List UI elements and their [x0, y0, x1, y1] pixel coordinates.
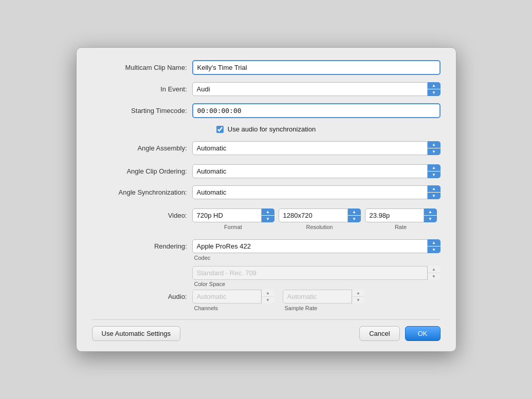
in-event-select[interactable]: Audi Library: [192, 82, 441, 96]
audio-sync-checkbox[interactable]: [216, 126, 224, 133]
audio-sync-label: Use audio for synchronization: [228, 125, 316, 133]
clip-name-input[interactable]: [192, 60, 441, 75]
angle-assembly-control: Automatic Camera Angle Clips ▲ ▼: [192, 141, 441, 155]
rendering-select[interactable]: Apple ProRes 422 Apple ProRes 422 HQ App…: [192, 239, 441, 253]
video-format-select-wrapper: 720p HD 1080p HD Custom ▲ ▼: [192, 208, 274, 222]
audio-channels-select[interactable]: Automatic Stereo Mono: [192, 290, 274, 303]
clip-name-row: Multicam Clip Name:: [92, 60, 441, 75]
video-format-item: 720p HD 1080p HD Custom ▲ ▼ Format: [192, 208, 274, 230]
dialog-footer: Use Automatic Settings Cancel OK: [92, 319, 441, 341]
video-resolution-select-wrapper: 1280x720 1920x1080 ▲ ▼: [279, 208, 361, 222]
angle-sync-control: Automatic Timecode Content Created First…: [192, 185, 441, 199]
video-resolution-item: 1280x720 1920x1080 ▲ ▼ Resolution: [279, 208, 361, 230]
angle-ordering-control: Automatic Timecode Content Created File …: [192, 164, 441, 178]
video-rate-item: 23.98p 24p 25p 29.97p 30p ▲ ▼ Rate: [365, 208, 437, 230]
cancel-button[interactable]: Cancel: [359, 326, 399, 341]
video-label: Video:: [92, 208, 192, 219]
audio-rate-select-wrapper: Automatic 44.1 kHz 48 kHz 96 kHz ▲ ▼: [283, 290, 365, 303]
angle-assembly-label: Angle Assembly:: [92, 144, 192, 152]
color-space-select[interactable]: Standard - Rec. 709 Wide Gamut HDR: [192, 266, 441, 280]
video-row: Video: 720p HD 1080p HD Custom ▲ ▼ Forma…: [92, 208, 441, 230]
rendering-controls: Apple ProRes 422 Apple ProRes 422 HQ App…: [192, 239, 441, 288]
audio-controls: Automatic Stereo Mono ▲ ▼ Channels: [192, 290, 441, 311]
clip-name-control: [192, 60, 441, 75]
in-event-select-wrapper: Audi Library ▲ ▼: [192, 82, 441, 96]
angle-assembly-select[interactable]: Automatic Camera Angle Clips: [192, 141, 441, 155]
footer-action-buttons: Cancel OK: [359, 326, 440, 341]
video-rate-sublabel: Rate: [395, 224, 407, 230]
video-rate-select[interactable]: 23.98p 24p 25p 29.97p 30p: [365, 208, 437, 222]
in-event-label: In Event:: [92, 85, 192, 93]
audio-rate-select[interactable]: Automatic 44.1 kHz 48 kHz 96 kHz: [283, 290, 365, 303]
color-space-sublabel: Color Space: [194, 281, 226, 287]
angle-sync-label: Angle Synchronization:: [92, 188, 192, 196]
video-resolution-select[interactable]: 1280x720 1920x1080: [279, 208, 361, 222]
rendering-select-wrapper: Apple ProRes 422 Apple ProRes 422 HQ App…: [192, 239, 441, 253]
video-format-select[interactable]: 720p HD 1080p HD Custom: [192, 208, 274, 222]
timecode-row: Starting Timecode:: [92, 103, 441, 118]
video-rate-select-wrapper: 23.98p 24p 25p 29.97p 30p ▲ ▼: [365, 208, 437, 222]
angle-assembly-row: Angle Assembly: Automatic Camera Angle C…: [92, 141, 441, 155]
multicam-dialog: Multicam Clip Name: In Event: Audi Libra…: [76, 47, 456, 352]
audio-controls-row: Automatic Stereo Mono ▲ ▼ Channels: [192, 290, 441, 311]
color-space-select-wrapper: Standard - Rec. 709 Wide Gamut HDR ▲ ▼: [192, 266, 441, 280]
use-automatic-settings-button[interactable]: Use Automatic Settings: [92, 326, 180, 341]
audio-channels-sublabel: Channels: [194, 305, 274, 311]
timecode-label: Starting Timecode:: [92, 107, 192, 115]
video-format-sublabel: Format: [224, 224, 242, 230]
clip-name-label: Multicam Clip Name:: [92, 64, 192, 71]
in-event-row: In Event: Audi Library ▲ ▼: [92, 82, 441, 96]
angle-ordering-select-wrapper: Automatic Timecode Content Created File …: [192, 164, 441, 178]
rendering-codec-sublabel: Codec: [194, 255, 441, 261]
video-resolution-sublabel: Resolution: [306, 224, 333, 230]
angle-ordering-row: Angle Clip Ordering: Automatic Timecode …: [92, 164, 441, 178]
angle-sync-row: Angle Synchronization: Automatic Timecod…: [92, 185, 441, 199]
angle-assembly-select-wrapper: Automatic Camera Angle Clips ▲ ▼: [192, 141, 441, 155]
audio-channels-select-wrapper: Automatic Stereo Mono ▲ ▼: [192, 290, 274, 303]
angle-sync-select-wrapper: Automatic Timecode Content Created First…: [192, 185, 441, 199]
audio-sync-row: Use audio for synchronization: [92, 125, 441, 133]
audio-row: Audio: Automatic Stereo Mono ▲ ▼: [92, 290, 441, 311]
ok-button[interactable]: OK: [405, 326, 441, 341]
timecode-input[interactable]: [192, 103, 441, 118]
angle-sync-select[interactable]: Automatic Timecode Content Created First…: [192, 185, 441, 199]
audio-rate-item: Automatic 44.1 kHz 48 kHz 96 kHz ▲ ▼ Sam…: [283, 290, 365, 311]
audio-label: Audio:: [92, 290, 192, 300]
audio-rate-sublabel: Sample Rate: [285, 305, 365, 311]
angle-ordering-label: Angle Clip Ordering:: [92, 167, 192, 175]
angle-ordering-select[interactable]: Automatic Timecode Content Created File …: [192, 164, 441, 178]
timecode-control: [192, 103, 441, 118]
video-controls: 720p HD 1080p HD Custom ▲ ▼ Format 1280x…: [192, 208, 441, 230]
in-event-control: Audi Library ▲ ▼: [192, 82, 441, 96]
rendering-label: Rendering:: [92, 239, 192, 250]
rendering-row: Rendering: Apple ProRes 422 Apple ProRes…: [92, 239, 441, 288]
audio-channels-item: Automatic Stereo Mono ▲ ▼ Channels: [192, 290, 274, 311]
